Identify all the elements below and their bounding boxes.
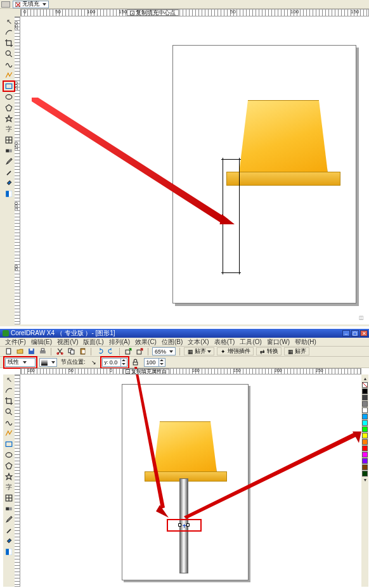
save-button[interactable] (27, 347, 36, 356)
swatch[interactable] (362, 407, 368, 413)
tool-polygon[interactable] (3, 461, 15, 471)
tool-outline[interactable] (3, 525, 15, 535)
palette-scroll-down[interactable]: ▾ (362, 477, 368, 483)
menu-effects[interactable]: 效果(C) (135, 338, 157, 347)
menu-tools[interactable]: 工具(O) (240, 338, 261, 347)
swatch[interactable] (362, 452, 368, 457)
scale-input[interactable]: 100 (144, 358, 165, 367)
menu-layout[interactable]: 版面(L) (83, 338, 103, 347)
tool-freehand[interactable] (3, 418, 15, 428)
menu-view[interactable]: 视图(V) (57, 338, 78, 347)
tool-text[interactable]: 字 (3, 124, 15, 134)
outline-swatch[interactable] (1, 1, 10, 8)
tool-ellipse[interactable] (3, 450, 15, 460)
maximize-button[interactable]: ▢ (351, 330, 359, 336)
tool-crop[interactable] (3, 396, 15, 406)
menu-table[interactable]: 表格(T) (214, 338, 235, 347)
tool-eyedropper[interactable] (3, 157, 15, 167)
swatch[interactable] (362, 388, 368, 394)
tool-smartfill[interactable] (3, 428, 15, 438)
new-button[interactable] (4, 347, 13, 356)
edit-fill-button[interactable] (39, 358, 57, 367)
selected-rectangle[interactable] (223, 159, 240, 273)
tool-fill[interactable] (3, 536, 15, 546)
copy-fill-center-button[interactable]: 复制填充中心点 (127, 10, 179, 16)
tool-interactive-fill[interactable] (3, 189, 15, 199)
menu-arrange[interactable]: 排列(A) (109, 338, 130, 347)
tool-freehand[interactable] (3, 60, 15, 70)
lock-icon[interactable] (131, 358, 140, 367)
tool-pick[interactable]: ↖ (3, 374, 15, 385)
tool-smartfill[interactable] (3, 70, 15, 80)
tool-text[interactable]: 字 (3, 482, 15, 492)
tool-eyedropper[interactable] (3, 514, 15, 525)
snap2-button[interactable]: ▦ 贴齐 (284, 347, 309, 355)
ruler-horizontal[interactable]: 100 50 0 50 100 150 200 250 (20, 368, 361, 374)
palette-scroll-up[interactable]: ▴ (362, 376, 368, 381)
snap-button[interactable]: ▦ 贴齐 (184, 347, 214, 355)
y-position-input[interactable]: y: 0.0 (102, 358, 127, 367)
wooden-block-shape[interactable] (226, 100, 340, 186)
cut-button[interactable] (55, 347, 64, 356)
export-button[interactable] (135, 347, 144, 356)
tool-basic-shapes[interactable] (3, 113, 15, 124)
swatch[interactable] (362, 445, 368, 451)
window-titlebar[interactable]: CorelDRAW X4 （ 专业版 ）- [图形1] – ▢ ✕ (0, 329, 369, 338)
copy-button[interactable] (67, 347, 75, 356)
tool-shape[interactable] (3, 27, 15, 37)
swatch-none[interactable] (362, 382, 368, 388)
swatch[interactable] (362, 471, 368, 476)
fill-dropdown[interactable]: 无填充 (13, 1, 49, 8)
convert-button[interactable]: ⇄ 转换 (256, 347, 282, 355)
tool-zoom[interactable] (3, 49, 15, 59)
tool-crop[interactable] (3, 38, 15, 48)
tool-interactive[interactable] (3, 504, 15, 514)
open-button[interactable] (15, 347, 24, 356)
ruler-horizontal[interactable]: 0 50 100 150 0 50 100 150 (20, 9, 369, 16)
paste-button[interactable] (78, 347, 87, 356)
tool-rectangle[interactable] (3, 81, 15, 91)
tool-table[interactable] (3, 493, 15, 503)
tool-zoom[interactable] (3, 407, 15, 417)
swatch[interactable] (362, 426, 368, 432)
tool-basic-shapes[interactable] (3, 471, 15, 482)
close-button[interactable]: ✕ (360, 330, 368, 336)
swatch[interactable] (362, 458, 368, 464)
print-button[interactable] (38, 347, 47, 356)
enhance-button[interactable]: ✦ 增强插件 (217, 347, 254, 355)
minimize-button[interactable]: – (342, 330, 350, 336)
tool-outline[interactable] (3, 167, 15, 177)
copy-fill-from-button[interactable]: 复制填充属性自 (123, 369, 169, 374)
tool-pick[interactable]: ↖ (3, 16, 15, 27)
menu-edit[interactable]: 编辑(E) (31, 338, 52, 347)
swatch[interactable] (362, 420, 368, 426)
prop-icon[interactable]: ↘ (89, 358, 98, 367)
swatch[interactable] (362, 433, 368, 438)
tool-interactive[interactable] (3, 146, 15, 156)
tool-rectangle[interactable] (3, 439, 15, 449)
swatch[interactable] (362, 464, 368, 470)
canvas[interactable] (20, 374, 361, 587)
canvas[interactable]: ◫ (20, 16, 369, 324)
menu-file[interactable]: 文件(F) (5, 338, 26, 347)
menu-text[interactable]: 文本(X) (188, 338, 209, 347)
ruler-vertical[interactable]: 250 200 150 100 50 (14, 16, 20, 324)
fill-type-dropdown[interactable]: 线性 (5, 358, 36, 367)
tool-ellipse[interactable] (3, 92, 15, 102)
wooden-block-shape[interactable] (145, 421, 227, 482)
swatch[interactable] (362, 395, 368, 400)
tool-interactive-fill[interactable] (3, 547, 15, 557)
tool-table[interactable] (3, 135, 15, 145)
undo-button[interactable] (95, 347, 104, 356)
redo-button[interactable] (107, 347, 115, 356)
ruler-vertical[interactable] (14, 374, 20, 587)
swatch[interactable] (362, 401, 368, 407)
swatch[interactable] (362, 439, 368, 445)
menu-bitmaps[interactable]: 位图(B) (162, 338, 183, 347)
menu-window[interactable]: 窗口(W) (267, 338, 290, 347)
tool-fill[interactable] (3, 178, 15, 188)
zoom-dropdown[interactable]: 65% (152, 347, 176, 355)
tool-polygon[interactable] (3, 103, 15, 113)
import-button[interactable] (124, 347, 133, 356)
swatch[interactable] (362, 414, 368, 419)
